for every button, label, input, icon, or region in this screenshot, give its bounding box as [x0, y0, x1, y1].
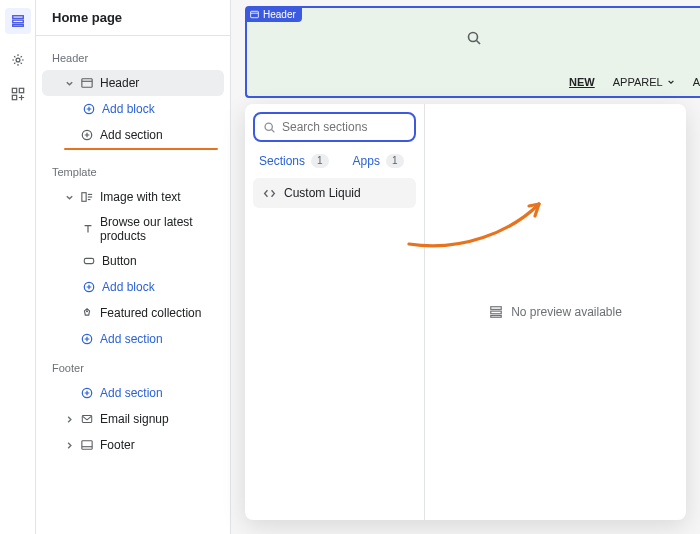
selection-tag: Header — [246, 7, 302, 22]
nav-partial-link[interactable]: A — [693, 76, 700, 88]
add-section-label: Add section — [100, 128, 163, 142]
nav-new-link[interactable]: NEW — [569, 76, 595, 88]
no-preview-label: No preview available — [511, 305, 622, 319]
svg-rect-2 — [12, 25, 23, 27]
footer-icon — [80, 438, 94, 452]
featured-collection-row[interactable]: Featured collection — [42, 300, 224, 326]
tab-sections-count: 1 — [311, 154, 329, 168]
header-section-row[interactable]: Header — [42, 70, 224, 96]
add-block-image-text[interactable]: Add block — [42, 274, 224, 300]
svg-rect-11 — [82, 193, 86, 202]
svg-rect-6 — [12, 95, 16, 99]
header-group-label: Header — [42, 42, 224, 70]
settings-nav-icon[interactable] — [10, 52, 26, 68]
sections-nav-icon[interactable] — [5, 8, 31, 34]
svg-rect-4 — [12, 88, 16, 92]
custom-liquid-result[interactable]: Custom Liquid — [253, 178, 416, 208]
svg-point-25 — [468, 33, 477, 42]
svg-rect-7 — [82, 79, 92, 88]
svg-point-17 — [86, 311, 87, 312]
search-sections-input[interactable] — [282, 120, 432, 134]
chevron-down-icon — [667, 78, 675, 86]
tab-apps[interactable]: Apps 1 — [353, 154, 404, 168]
template-group-label: Template — [42, 156, 224, 184]
email-icon — [80, 412, 94, 426]
image-text-icon — [80, 190, 94, 204]
structure-panel: Home page Header Header Add block — [36, 0, 231, 534]
add-section-template[interactable]: Add section — [42, 326, 224, 352]
plus-circle-icon — [82, 102, 96, 116]
no-preview-icon — [489, 305, 503, 319]
plus-circle-icon — [80, 332, 94, 346]
add-block-label-2: Add block — [102, 280, 155, 294]
svg-rect-23 — [251, 11, 259, 17]
footer-group-label: Footer — [42, 352, 224, 380]
plus-circle-icon — [80, 386, 94, 400]
svg-rect-15 — [84, 258, 93, 263]
selection-tag-label: Header — [263, 9, 296, 20]
plus-circle-icon — [80, 128, 94, 142]
add-block-label: Add block — [102, 102, 155, 116]
svg-rect-5 — [19, 88, 23, 92]
collection-icon — [80, 306, 94, 320]
svg-rect-21 — [82, 441, 92, 450]
preview-header-frame[interactable]: Header NEW APPAREL A — [245, 6, 700, 98]
footer-section-row[interactable]: Footer — [42, 432, 224, 458]
code-icon — [263, 187, 276, 200]
button-icon — [82, 254, 96, 268]
tab-sections[interactable]: Sections 1 — [259, 154, 329, 168]
plus-circle-icon — [82, 280, 96, 294]
text-icon — [82, 222, 94, 236]
add-section-label-2: Add section — [100, 332, 163, 346]
nav-apparel-link[interactable]: APPAREL — [613, 76, 675, 88]
custom-liquid-label: Custom Liquid — [284, 186, 361, 200]
preview-nav: NEW APPAREL A — [569, 76, 700, 88]
search-sections-field[interactable] — [253, 112, 416, 142]
email-signup-label: Email signup — [100, 412, 169, 426]
add-block-header[interactable]: Add block — [42, 96, 224, 122]
svg-point-3 — [16, 58, 20, 62]
svg-rect-1 — [12, 20, 23, 23]
apps-nav-icon[interactable] — [10, 86, 26, 102]
svg-rect-27 — [491, 307, 502, 310]
popover-list-panel: Sections 1 Apps 1 Custom Liquid — [245, 104, 425, 520]
footer-section-label: Footer — [100, 438, 135, 452]
popover-tabs: Sections 1 Apps 1 — [245, 150, 424, 178]
add-section-label-3: Add section — [100, 386, 163, 400]
image-with-text-row[interactable]: Image with text — [42, 184, 224, 210]
stage: Header NEW APPAREL A — [231, 0, 700, 534]
chevron-down-icon[interactable] — [64, 193, 74, 202]
svg-rect-28 — [491, 311, 502, 314]
highlight-underline — [64, 148, 218, 150]
featured-collection-label: Featured collection — [100, 306, 201, 320]
page-title: Home page — [36, 0, 230, 36]
add-section-header[interactable]: Add section — [42, 122, 224, 148]
button-block-row[interactable]: Button — [42, 248, 224, 274]
svg-rect-29 — [491, 316, 502, 318]
tab-apps-count: 1 — [386, 154, 404, 168]
browse-products-label: Browse our latest products — [100, 215, 218, 243]
popover-preview-panel: No preview available — [425, 104, 686, 520]
image-with-text-label: Image with text — [100, 190, 181, 204]
chevron-right-icon[interactable] — [64, 415, 74, 424]
browse-products-row[interactable]: Browse our latest products — [42, 210, 224, 248]
svg-rect-0 — [12, 16, 23, 19]
button-block-label: Button — [102, 254, 137, 268]
chevron-down-icon[interactable] — [64, 79, 74, 88]
header-section-label: Header — [100, 76, 139, 90]
email-signup-row[interactable]: Email signup — [42, 406, 224, 432]
add-section-footer[interactable]: Add section — [42, 380, 224, 406]
search-icon — [263, 121, 276, 134]
header-icon — [80, 76, 94, 90]
sections-popover: Sections 1 Apps 1 Custom Liquid — [245, 104, 686, 520]
icon-rail — [0, 0, 36, 534]
chevron-right-icon[interactable] — [64, 441, 74, 450]
search-icon[interactable] — [466, 30, 482, 46]
svg-point-26 — [265, 123, 272, 130]
